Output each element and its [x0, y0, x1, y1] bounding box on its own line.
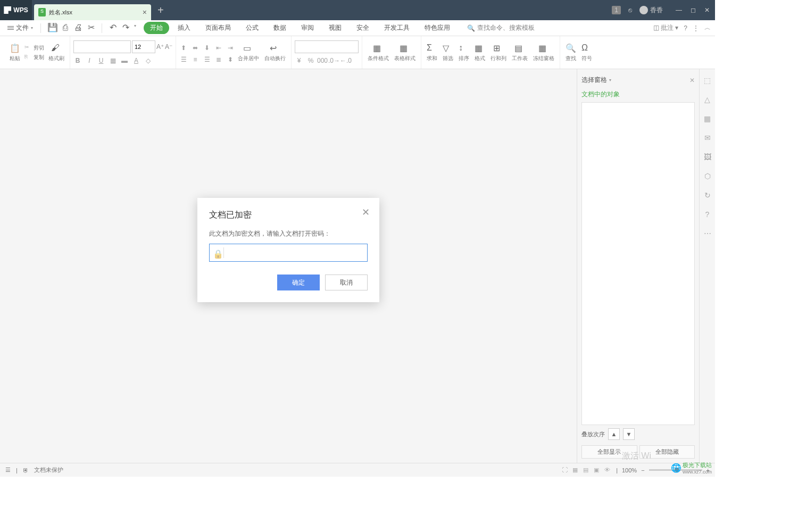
reading-view-icon[interactable]: ▣ — [594, 467, 601, 474]
object-list[interactable] — [581, 102, 695, 425]
italic-icon[interactable]: I — [85, 56, 94, 65]
tab-page-layout[interactable]: 页面布局 — [199, 22, 237, 34]
command-search[interactable]: 🔍 查找命令、搜索模板 — [467, 23, 535, 32]
print-preview-icon[interactable]: ⎙ — [61, 23, 70, 32]
fill-color-icon[interactable]: ▬ — [120, 56, 129, 65]
add-tab-button[interactable]: + — [157, 4, 164, 16]
align-top-icon[interactable]: ⬆ — [179, 44, 188, 52]
rail-shape-icon[interactable]: △ — [703, 95, 712, 104]
align-middle-icon[interactable]: ⬌ — [191, 44, 200, 52]
sum-button[interactable]: Σ求和 — [425, 42, 439, 63]
maximize-icon[interactable]: ◻ — [691, 6, 696, 14]
indent-decrease-icon[interactable]: ⇤ — [214, 44, 223, 52]
merge-center-button[interactable]: ▭ 合并居中 — [236, 42, 261, 63]
wps-logo[interactable]: WPS — [0, 0, 32, 20]
rail-help-icon[interactable]: ? — [703, 210, 712, 219]
normal-view-icon[interactable]: ▦ — [572, 467, 580, 474]
tab-developer[interactable]: 开发工具 — [378, 22, 416, 34]
help-icon[interactable]: ? — [684, 24, 687, 32]
gift-icon[interactable]: ⎋ — [628, 6, 632, 14]
file-menu[interactable]: 文件 ▾ — [4, 22, 36, 34]
number-format-input[interactable] — [295, 40, 359, 53]
tab-view[interactable]: 视图 — [322, 22, 348, 34]
increase-decimal-icon[interactable]: .0→ — [330, 56, 338, 65]
rail-shield-icon[interactable]: ⬡ — [703, 171, 712, 181]
rail-more-icon[interactable]: ⋯ — [703, 229, 712, 238]
tab-formulas[interactable]: 公式 — [239, 22, 265, 34]
close-window-icon[interactable]: ✕ — [704, 6, 710, 14]
close-dialog-icon[interactable]: ✕ — [362, 206, 370, 218]
zoom-level[interactable]: 100% — [622, 467, 637, 473]
cancel-button[interactable]: 取消 — [325, 275, 368, 290]
find-button[interactable]: 🔍查找 — [563, 42, 578, 63]
font-size-input[interactable] — [132, 40, 155, 53]
bring-forward-button[interactable]: ▲ — [608, 428, 620, 440]
rows-cols-button[interactable]: ⊞行和列 — [488, 42, 509, 63]
sort-button[interactable]: ↕排序 — [456, 42, 471, 63]
chevron-down-icon[interactable]: ▾ — [609, 78, 611, 82]
font-color-icon[interactable]: A — [132, 56, 140, 65]
ok-button[interactable]: 确定 — [277, 275, 320, 290]
spreadsheet-canvas[interactable]: ✕ 文档已加密 此文档为加密文档，请输入文档打开密码： 🔒 确定 取消 — [0, 69, 577, 463]
tab-data[interactable]: 数据 — [267, 22, 293, 34]
collapse-ribbon-icon[interactable]: ︿ — [704, 23, 711, 32]
symbol-button[interactable]: Ω符号 — [579, 42, 594, 63]
tab-insert[interactable]: 插入 — [171, 22, 197, 34]
border-icon[interactable]: ▦ — [109, 56, 117, 65]
rail-history-icon[interactable]: ↻ — [703, 190, 712, 200]
password-input[interactable] — [227, 244, 364, 261]
fullscreen-icon[interactable]: ⛶ — [562, 467, 569, 474]
conditional-format-button[interactable]: ▦条件格式 — [365, 42, 391, 63]
send-backward-button[interactable]: ▼ — [623, 428, 635, 440]
hide-all-button[interactable]: 全部隐藏 — [639, 445, 695, 459]
tab-home[interactable]: 开始 — [144, 22, 169, 34]
save-icon[interactable]: 💾 — [48, 23, 57, 32]
annotate-button[interactable]: ◫ 批注 ▾ — [653, 23, 679, 32]
rail-select-icon[interactable]: ⬚ — [703, 76, 712, 85]
paste-button[interactable]: 📋 粘贴 — [7, 42, 22, 63]
minimize-icon[interactable]: — — [676, 6, 682, 14]
worksheet-button[interactable]: ▤工作表 — [510, 42, 530, 63]
undo-icon[interactable]: ↶ — [109, 23, 117, 32]
justify-icon[interactable]: ≣ — [214, 55, 223, 64]
user-info[interactable]: 香香 — [639, 6, 663, 15]
eye-icon[interactable]: 👁 — [604, 467, 612, 474]
bold-icon[interactable]: B — [73, 56, 82, 65]
align-right-icon[interactable]: ☰ — [203, 55, 211, 64]
more-icon[interactable]: ⋮ — [693, 24, 699, 32]
decrease-decimal-icon[interactable]: ←.0 — [342, 56, 350, 65]
highlight-icon[interactable]: ◇ — [144, 56, 152, 65]
close-pane-icon[interactable]: ✕ — [689, 77, 695, 84]
format-painter-button[interactable]: 🖌 格式刷 — [46, 42, 66, 63]
zoom-out-icon[interactable]: − — [641, 467, 644, 473]
cut-button[interactable]: ✂剪切 — [23, 44, 45, 52]
comma-icon[interactable]: 000 — [318, 56, 327, 65]
show-all-button[interactable]: 全部显示 — [581, 445, 637, 459]
print-icon[interactable]: 🖨 — [74, 23, 82, 32]
rail-table-icon[interactable]: ▦ — [703, 114, 712, 123]
table-style-button[interactable]: ▦表格样式 — [392, 42, 418, 63]
copy-button[interactable]: ⎘复制 — [23, 53, 45, 62]
rail-image-icon[interactable]: 🖼 — [703, 152, 712, 162]
freeze-button[interactable]: ▦冻结窗格 — [531, 42, 556, 63]
decrease-font-icon[interactable]: A⁻ — [165, 43, 172, 51]
tab-security[interactable]: 安全 — [350, 22, 376, 34]
notification-badge[interactable]: 1 — [612, 6, 621, 14]
align-left-icon[interactable]: ☰ — [179, 55, 188, 64]
auto-wrap-button[interactable]: ↩ 自动换行 — [262, 42, 288, 63]
distribute-icon[interactable]: ⬍ — [226, 55, 235, 64]
filter-button[interactable]: ▽筛选 — [440, 42, 455, 63]
sheet-list-icon[interactable]: ☰ — [5, 467, 11, 473]
underline-icon[interactable]: U — [97, 56, 105, 65]
document-tab[interactable]: 姓名.xlsx × — [34, 4, 151, 20]
tab-special[interactable]: 特色应用 — [418, 22, 456, 34]
currency-icon[interactable]: ¥ — [295, 56, 303, 65]
font-family-input[interactable] — [73, 40, 131, 53]
format-button[interactable]: ▦格式 — [472, 42, 487, 63]
protection-status[interactable]: 文档未保护 — [34, 466, 63, 474]
tab-review[interactable]: 审阅 — [295, 22, 320, 34]
close-tab-icon[interactable]: × — [143, 8, 147, 16]
align-bottom-icon[interactable]: ⬇ — [203, 44, 211, 52]
percent-icon[interactable]: % — [306, 56, 315, 65]
rail-mail-icon[interactable]: ✉ — [703, 133, 712, 143]
